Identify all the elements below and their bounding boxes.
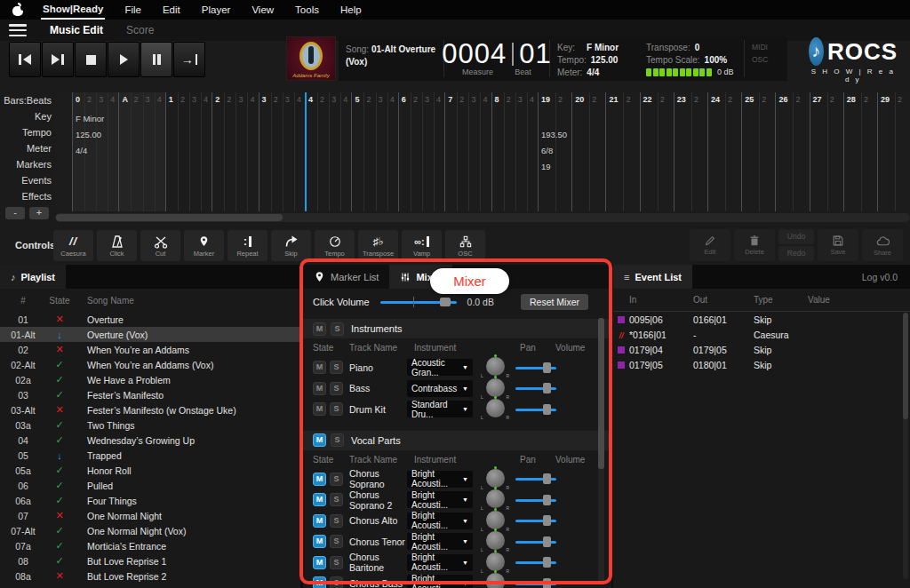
mixer-scrollbar-thumb[interactable] [598,318,604,469]
repeat-button[interactable]: :Repeat [228,230,267,261]
redo-button[interactable]: Redo [778,246,814,261]
pan-knob[interactable]: LR [480,489,510,510]
edit-button[interactable]: Edit [690,229,730,261]
instrument-dropdown[interactable]: Acoustic Gran...▼ [407,359,473,376]
instrument-dropdown[interactable]: Bright Acousti...▼ [407,513,473,529]
pan-knob[interactable]: LR [480,399,510,419]
instrument-dropdown[interactable]: Standard Dru...▼ [407,401,473,417]
cut-button[interactable]: Cut [140,230,180,261]
menu-item-player[interactable]: Player [200,0,233,20]
tab-score[interactable]: Score [126,24,154,36]
skip-button[interactable]: Skip [271,230,311,261]
playlist-row[interactable]: 07a ✓ Morticia’s Entrance [0,538,300,553]
track-solo-button[interactable]: S [330,382,343,395]
timeline-scrollbar-thumb[interactable] [56,214,283,221]
track-solo-button[interactable]: S [330,514,343,528]
playlist-row[interactable]: 01 ✕ Overture [0,312,300,327]
playlist-row[interactable]: 02-Alt ✓ When You’re an Addams (Vox) [0,357,300,372]
instrument-dropdown[interactable]: Bright Acousti...▼ [407,533,473,550]
track-solo-button[interactable]: S [330,493,343,506]
caesura-button[interactable]: //Caesura [53,230,93,261]
click-volume-slider[interactable] [380,297,457,307]
marker-button[interactable]: Marker [184,230,224,261]
playlist-row[interactable]: 07 ✕ One Normal Night [0,508,300,523]
volume-slider[interactable] [515,557,556,568]
playlist-tab[interactable]: ♪ Playlist [0,265,66,289]
save-button[interactable]: Save [818,229,858,261]
transpose-button[interactable]: ♯♭Transpose [358,230,398,261]
playlist-row[interactable]: 06a ✓ Four Things [0,493,300,508]
zoom-out-button[interactable]: - [5,207,25,219]
next-song-button[interactable] [42,42,74,77]
event-row[interactable]: //*0166|01-Caesura [613,327,910,342]
instrument-dropdown[interactable]: Bright Acousti...▼ [407,491,473,508]
volume-handle[interactable] [543,404,551,415]
track-solo-button[interactable]: S [330,473,343,486]
volume-handle[interactable] [543,362,551,373]
menu-app-name[interactable]: Show|Ready [41,0,105,20]
pan-knob[interactable]: LR [480,357,510,377]
event-row[interactable]: 0179|050180|01Skip [613,357,910,372]
volume-handle[interactable] [543,495,551,505]
volume-handle[interactable] [543,557,551,568]
delete-button[interactable]: Delete [734,229,775,261]
volume-handle[interactable] [543,578,551,588]
playlist-row[interactable]: 05a ✓ Honor Roll [0,463,300,478]
menu-item-edit[interactable]: Edit [161,0,182,20]
track-solo-button[interactable]: S [330,576,343,588]
skip-to-start-button[interactable] [9,42,41,77]
track-mute-button[interactable]: M [313,402,326,416]
timeline-scrollbar[interactable] [55,213,910,222]
track-mute-button[interactable]: M [313,556,326,569]
playlist-row[interactable]: 03 ✓ Fester’s Manifesto [0,387,300,402]
volume-slider[interactable] [515,495,556,505]
track-mute-button[interactable]: M [313,514,326,528]
playlist-row[interactable]: 01-Alt ↓ Overture (Vox) [0,327,300,342]
playlist-row[interactable]: 02 ✕ When You’re an Addams [0,342,300,357]
track-mute-button[interactable]: M [313,535,326,548]
instrument-dropdown[interactable]: Bright Acousti...▼ [407,471,473,488]
volume-slider[interactable] [515,578,556,588]
group-solo-button[interactable]: S [331,322,344,336]
click-volume-handle[interactable] [440,298,451,306]
volume-handle[interactable] [543,473,551,484]
pan-knob[interactable]: LR [480,573,510,588]
playhead[interactable] [305,92,307,211]
volume-slider[interactable] [515,473,556,484]
menu-item-help[interactable]: Help [339,0,363,20]
event-list-tab[interactable]: ≡ Event List [613,265,692,289]
playlist-row[interactable]: 07-Alt ✓ One Normal Night (Vox) [0,523,300,538]
track-solo-button[interactable]: S [330,361,343,374]
undo-button[interactable]: Undo [778,229,814,244]
click-button[interactable]: Click [97,230,137,261]
track-mute-button[interactable]: M [313,493,326,506]
advance-button[interactable]: → [173,42,205,77]
hamburger-menu-icon[interactable] [9,24,27,36]
menu-item-file[interactable]: File [123,0,143,20]
event-list-scrollbar-thumb[interactable] [903,313,908,419]
track-mute-button[interactable]: M [313,382,326,395]
tempo-button[interactable]: Tempo [315,230,355,261]
play-button[interactable] [108,42,140,77]
event-row[interactable]: 0179|040179|05Skip [613,342,910,357]
playlist-row[interactable]: 03a ✓ Two Things [0,417,300,433]
tab-music-edit[interactable]: Music Edit [50,24,103,36]
volume-slider[interactable] [515,515,556,526]
tab-marker-list[interactable]: Marker List [303,265,389,289]
playlist-row[interactable]: 06 ✓ Pulled [0,478,300,493]
apple-icon[interactable] [12,4,23,16]
volume-slider[interactable] [515,536,556,547]
volume-handle[interactable] [543,383,551,393]
playlist-row[interactable]: 08 ✓ But Love Reprise 1 [0,553,300,568]
instrument-dropdown[interactable]: Bright Acousti...▼ [407,554,473,571]
vamp-button[interactable]: ∞:Vamp [402,230,442,261]
playlist-row[interactable]: 03-Alt ✕ Fester’s Manifesto (w Onstage U… [0,402,300,417]
volume-slider[interactable] [515,404,556,415]
volume-slider[interactable] [515,383,556,393]
osc-button[interactable]: OSC [445,230,485,261]
stop-button[interactable] [75,42,107,77]
zoom-in-button[interactable]: + [29,207,49,219]
playlist-row[interactable]: 02a ✓ We Have a Problem [0,372,300,387]
track-solo-button[interactable]: S [330,556,343,569]
menu-item-view[interactable]: View [250,0,275,20]
